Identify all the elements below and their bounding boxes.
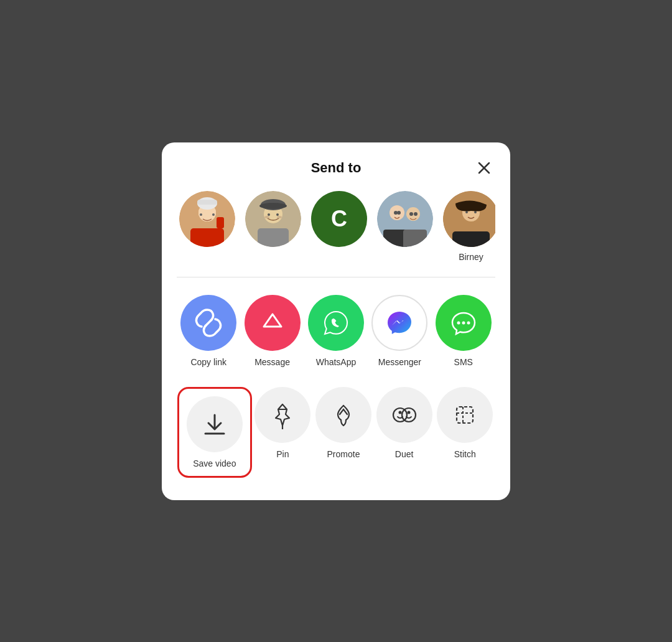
contact-item[interactable]	[179, 191, 235, 262]
section-divider	[177, 277, 495, 277]
action-label: Save video	[193, 458, 236, 468]
share-item-whatsapp[interactable]: WhatsApp	[306, 295, 366, 367]
action-label: Duet	[395, 449, 414, 459]
svg-point-15	[268, 213, 270, 216]
messenger-icon-bg	[371, 295, 427, 351]
action-item-duet[interactable]: Duet	[375, 387, 434, 478]
svg-point-27	[409, 212, 413, 216]
stitch-icon	[450, 401, 479, 429]
svg-point-8	[200, 213, 202, 216]
message-icon-bg	[245, 295, 301, 351]
whatsapp-icon-bg	[308, 295, 364, 351]
svg-point-9	[212, 213, 215, 216]
svg-point-18	[277, 216, 282, 218]
copy-link-icon-bg	[180, 295, 236, 351]
pin-icon	[268, 401, 297, 429]
svg-rect-24	[403, 230, 427, 247]
pin-icon-bg	[254, 387, 310, 443]
avatar-image	[179, 191, 235, 247]
modal-header: Send to	[177, 160, 495, 176]
contact-avatar	[443, 191, 495, 247]
message-icon	[258, 308, 287, 338]
svg-rect-4	[190, 228, 224, 247]
svg-point-46	[407, 411, 410, 414]
share-item-copy-link[interactable]: Copy link	[179, 295, 238, 367]
action-item-promote[interactable]: Promote	[314, 387, 373, 478]
svg-point-34	[474, 211, 477, 213]
save-video-icon	[200, 410, 229, 439]
svg-point-44	[402, 408, 416, 422]
svg-point-16	[276, 213, 279, 216]
contact-item[interactable]: C	[311, 191, 367, 262]
share-label: SMS	[454, 357, 473, 367]
contacts-row: C	[177, 191, 495, 262]
share-apps-row: Copy link Message WhatsApp	[177, 295, 495, 367]
avatar-image	[377, 191, 433, 247]
contact-avatar	[377, 191, 433, 247]
contact-item[interactable]	[377, 191, 433, 262]
sms-icon-bg	[436, 295, 492, 351]
share-label: Message	[254, 357, 290, 367]
svg-point-26	[397, 211, 401, 215]
modal-title: Send to	[311, 160, 362, 176]
svg-point-39	[467, 321, 470, 324]
avatar-image	[443, 191, 495, 247]
svg-line-35	[205, 320, 212, 326]
svg-point-45	[398, 411, 401, 414]
whatsapp-icon	[320, 307, 352, 339]
action-item-save-video[interactable]: Save video	[177, 387, 252, 478]
promote-icon-bg	[315, 387, 371, 443]
svg-point-17	[264, 216, 269, 218]
action-item-pin[interactable]: Pin	[253, 387, 312, 478]
share-label: Copy link	[190, 357, 226, 367]
messenger-icon	[383, 307, 416, 339]
contact-avatar	[245, 191, 301, 247]
share-item-sms[interactable]: SMS	[434, 295, 493, 367]
contact-avatar	[179, 191, 235, 247]
promote-icon	[329, 401, 358, 429]
svg-point-33	[465, 211, 468, 213]
avatar-image	[245, 191, 301, 247]
action-label: Stitch	[454, 449, 476, 459]
svg-rect-32	[452, 231, 490, 247]
share-modal: Send to	[162, 142, 510, 500]
stitch-icon-bg	[437, 387, 493, 443]
share-item-message[interactable]: Message	[243, 295, 302, 367]
svg-point-14	[259, 203, 287, 209]
svg-rect-7	[197, 200, 217, 205]
action-label: Promote	[327, 449, 360, 459]
sms-icon	[447, 307, 480, 339]
link-icon	[194, 309, 223, 337]
save-video-icon-bg	[187, 396, 243, 452]
share-label: Messenger	[378, 357, 421, 367]
share-label: WhatsApp	[316, 357, 357, 367]
share-item-messenger[interactable]: Messenger	[370, 295, 429, 367]
contact-avatar: C	[311, 191, 367, 247]
svg-point-28	[414, 212, 418, 216]
duet-icon-bg	[376, 387, 432, 443]
svg-point-37	[457, 321, 460, 324]
contact-item[interactable]: Birney	[443, 191, 495, 262]
svg-point-38	[462, 321, 465, 324]
svg-rect-19	[258, 228, 289, 247]
action-label: Pin	[276, 449, 289, 459]
svg-marker-36	[264, 314, 281, 327]
svg-rect-47	[457, 407, 473, 423]
actions-row: Save video Pin	[177, 387, 495, 478]
close-icon	[478, 162, 490, 174]
svg-rect-10	[217, 217, 224, 228]
contact-item[interactable]	[245, 191, 301, 262]
close-button[interactable]	[473, 157, 495, 179]
action-item-stitch[interactable]: Stitch	[435, 387, 495, 478]
duet-icon	[390, 401, 419, 429]
contact-name: Birney	[459, 252, 483, 262]
